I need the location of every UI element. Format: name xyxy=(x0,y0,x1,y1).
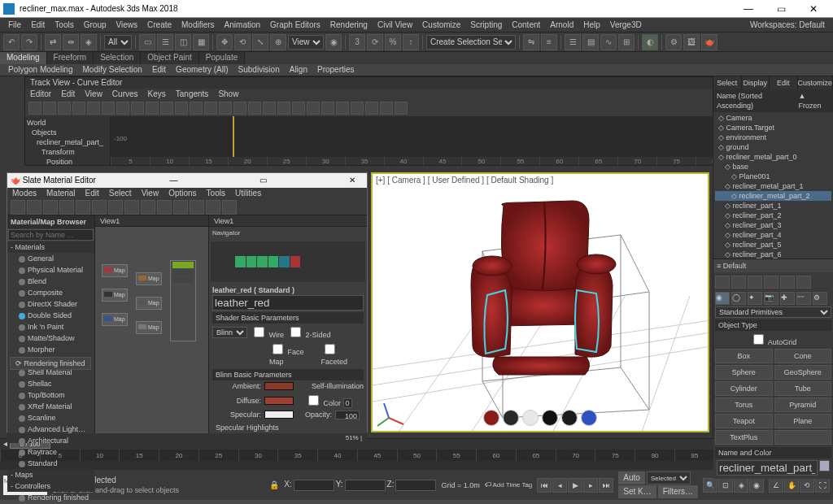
menu-verge3d[interactable]: Verge3D xyxy=(605,19,647,32)
select-name-button[interactable]: ☰ xyxy=(157,34,173,50)
mat-type[interactable]: Top/Bottom xyxy=(7,389,94,401)
layer-explorer-button[interactable]: ☰ xyxy=(565,34,581,50)
material-browser[interactable]: Material/Map Browser - MaterialsGeneralP… xyxy=(7,215,95,433)
mat-type[interactable]: Double Sided xyxy=(7,310,94,321)
tv-tool-8[interactable] xyxy=(146,102,159,115)
tv-tool-10[interactable] xyxy=(175,102,188,115)
tv-tool-15[interactable] xyxy=(248,102,261,115)
tv-menu-view[interactable]: View xyxy=(80,89,107,100)
scene-item[interactable]: ◇ Camera.Target xyxy=(715,123,831,133)
scale-button[interactable]: ⤡ xyxy=(252,34,268,50)
bind-button[interactable]: ◈ xyxy=(81,34,97,50)
mat-type[interactable]: Standard xyxy=(7,458,94,469)
mat-type[interactable]: Physical Material xyxy=(7,264,94,276)
ribbon-panel[interactable]: Edit xyxy=(147,64,171,76)
shader-type[interactable]: Blinn xyxy=(212,327,247,338)
menu-scripting[interactable]: Scripting xyxy=(465,19,507,32)
twosided-cb[interactable] xyxy=(290,327,301,337)
material-variant-5[interactable] xyxy=(581,410,597,426)
select-button[interactable]: ▭ xyxy=(139,34,155,50)
key-target[interactable]: Selected xyxy=(647,471,691,484)
scene-explorer-list[interactable]: ◇ Camera◇ Camera.Target◇ environment◇ gr… xyxy=(713,112,833,259)
specular-swatch[interactable] xyxy=(264,411,294,419)
mat-type[interactable]: XRef Material xyxy=(7,401,94,412)
ref-coord-dropdown[interactable]: View xyxy=(288,35,324,50)
slate-view-tab[interactable]: View1 xyxy=(95,215,208,227)
tv-tool-4[interactable] xyxy=(87,102,100,115)
percent-snap[interactable]: % xyxy=(385,34,401,50)
tv-tool-17[interactable] xyxy=(277,102,290,115)
slate-menu-options[interactable]: Options xyxy=(164,188,201,199)
trackview-hierarchy[interactable]: WorldObjectsrecliner_metal_part_Transfor… xyxy=(25,116,111,165)
lock-icon[interactable]: 🔒 xyxy=(269,480,279,490)
ribbon-panel[interactable]: Geometry (All) xyxy=(171,64,233,76)
mat-type[interactable]: Rendering finished xyxy=(7,492,94,503)
slate-tool-13[interactable] xyxy=(222,200,237,215)
primitive-box[interactable]: Box xyxy=(715,349,773,363)
layer-dropdown[interactable]: Default xyxy=(723,262,747,270)
mat-type[interactable]: Matte/Shadow xyxy=(7,332,94,344)
trackview-graph[interactable]: -100 51015202530354045505560657075808590 xyxy=(111,116,813,165)
menu-create[interactable]: Create xyxy=(142,19,177,32)
scene-item[interactable]: ◇ recliner_part_2 xyxy=(715,211,831,220)
mat-type[interactable]: Architectural xyxy=(7,435,94,446)
scene-tab-select[interactable]: Select xyxy=(713,76,742,89)
modify-tab[interactable] xyxy=(731,276,746,289)
ambient-swatch[interactable] xyxy=(264,382,294,390)
tv-tool-14[interactable] xyxy=(233,102,246,115)
slate-tool-7[interactable] xyxy=(124,200,139,215)
goto-end[interactable]: ⏭ xyxy=(599,478,613,493)
tv-tree-item[interactable]: Position xyxy=(27,157,108,165)
autogrid-cb[interactable] xyxy=(753,334,764,345)
render-frame-button[interactable]: 🖼 xyxy=(683,34,700,50)
menu-help[interactable]: Help xyxy=(578,19,605,32)
navigator-thumbnail[interactable] xyxy=(211,241,365,282)
systems-cat[interactable]: ⚙ xyxy=(813,292,827,305)
tv-menu-show[interactable]: Show xyxy=(213,89,243,100)
key-filters[interactable]: Filters… xyxy=(658,485,698,498)
slate-tool-10[interactable] xyxy=(173,200,188,215)
zoom-button[interactable]: 🔍 xyxy=(703,478,717,493)
material-variant-4[interactable] xyxy=(561,410,578,426)
tv-tool-25[interactable] xyxy=(395,102,408,115)
ribbon-tab-modeling[interactable]: Modeling xyxy=(0,52,47,64)
material-name-field[interactable] xyxy=(212,295,364,311)
primitive-cone[interactable]: Cone xyxy=(774,349,832,363)
scene-item[interactable]: ◇ recliner_part_3 xyxy=(715,220,831,230)
tv-menu-curves[interactable]: Curves xyxy=(107,89,143,100)
tv-tool-0[interactable] xyxy=(28,102,41,115)
primitive-cylinder[interactable]: Cylinder xyxy=(715,381,773,396)
scene-item[interactable]: ◇ base xyxy=(715,162,831,172)
primitive-textplus[interactable]: TextPlus xyxy=(715,430,773,445)
ribbon-tab-object paint[interactable]: Object Paint xyxy=(141,52,198,64)
tv-tool-20[interactable] xyxy=(321,102,334,115)
tv-menu-tangents[interactable]: Tangents xyxy=(171,89,214,100)
slate-tool-12[interactable] xyxy=(206,200,220,215)
menu-customize[interactable]: Customize xyxy=(417,19,465,32)
cameras-cat[interactable]: 📷 xyxy=(764,292,778,305)
slate-tool-6[interactable] xyxy=(108,200,123,215)
toggle-ribbon-button[interactable]: ▤ xyxy=(582,34,599,50)
next-frame[interactable]: ▸ xyxy=(583,478,598,493)
scene-item[interactable]: ◇ Plane001 xyxy=(715,172,831,181)
shapes-cat[interactable]: ◯ xyxy=(731,292,746,305)
primitive-torus[interactable]: Torus xyxy=(715,398,773,412)
utilities-tab[interactable] xyxy=(796,276,811,289)
tv-menu-editor[interactable]: Editor xyxy=(25,89,56,100)
slate-menu-utilities[interactable]: Utilities xyxy=(230,188,266,199)
slate-menu-edit[interactable]: Edit xyxy=(81,188,104,199)
mat-type[interactable]: Shellac xyxy=(7,378,94,389)
set-key[interactable]: Set K… xyxy=(618,485,656,498)
coord-y[interactable] xyxy=(345,480,386,491)
close-button[interactable]: ✕ xyxy=(797,4,830,14)
material-variant-3[interactable] xyxy=(542,410,558,426)
blinn-rollout[interactable]: Blinn Basic Parameters xyxy=(212,369,364,380)
window-crossing-button[interactable]: ▦ xyxy=(193,34,209,50)
tv-menu-edit[interactable]: Edit xyxy=(56,89,80,100)
tv-menu-keys[interactable]: Keys xyxy=(143,89,171,100)
menu-civil-view[interactable]: Civil View xyxy=(373,19,417,32)
rotate-button[interactable]: ⟲ xyxy=(234,34,251,50)
diffuse-swatch[interactable] xyxy=(264,397,294,405)
track-bar[interactable] xyxy=(0,461,833,470)
tv-tool-6[interactable] xyxy=(116,102,129,115)
